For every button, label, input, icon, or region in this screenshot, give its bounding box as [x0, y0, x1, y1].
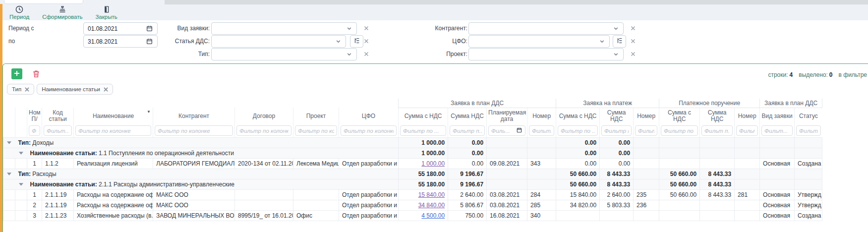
- group-title[interactable]: Наименование статьи: 1.1 Поступления по …: [27, 148, 399, 158]
- column-filter-input[interactable]: Фильтр п...: [601, 125, 632, 136]
- plan-sum-link[interactable]: 4 500.00: [421, 212, 445, 219]
- cell-req_kind[interactable]: Основная: [760, 189, 795, 200]
- cell-counterparty[interactable]: ЗАВОД МИНЕРАЛЬНЫХ ВО...: [153, 210, 235, 221]
- column-header-order_num[interactable]: Номер: [735, 108, 760, 124]
- article-select[interactable]: [211, 35, 346, 48]
- column-header-pay_sum[interactable]: Сумма с НДС: [556, 108, 600, 124]
- cell-counterparty[interactable]: МАКС ООО: [153, 189, 235, 200]
- cell-pay_sum[interactable]: 34 820.00: [556, 200, 600, 210]
- column-header-status[interactable]: Статус: [795, 108, 822, 124]
- cell-num[interactable]: 2: [27, 200, 42, 210]
- cell-order_vat[interactable]: [700, 158, 735, 169]
- cell-order_num[interactable]: [735, 200, 760, 210]
- add-row-button[interactable]: [11, 68, 22, 79]
- cell-cfo[interactable]: Отдел разработки и IT...: [339, 200, 399, 210]
- column-header-plan_sum[interactable]: Сумма с НДС: [399, 108, 448, 124]
- plan-sum-link[interactable]: 34 840.00: [418, 202, 445, 209]
- column-header-plan_vat[interactable]: Сумма НДС: [448, 108, 487, 124]
- cell-num[interactable]: 3: [27, 210, 42, 221]
- cell-pay_sum[interactable]: 0.00: [556, 158, 600, 169]
- column-filter-input[interactable]: Фильтр по колонке: [341, 125, 397, 136]
- cell-plan_num[interactable]: 343: [527, 158, 556, 169]
- clear-type-button[interactable]: [363, 51, 371, 58]
- column-header-name[interactable]: Наименование▼: [74, 108, 153, 124]
- period-to-input[interactable]: 31.08.2021: [83, 35, 158, 48]
- cell-name[interactable]: Расходы на содержание оф...: [74, 189, 153, 200]
- column-filter-input[interactable]: Фильтр по ...: [400, 125, 446, 136]
- plan-sum-link[interactable]: 1 000.00: [421, 160, 445, 167]
- cell-code[interactable]: 2.1.1.19: [42, 200, 74, 210]
- cell-pay_num[interactable]: 235: [634, 189, 659, 200]
- cell-plan_num[interactable]: 284: [527, 189, 556, 200]
- column-header-req_kind[interactable]: Вид заявки: [760, 108, 795, 124]
- cell-plan_date[interactable]: 03.08.2021: [487, 189, 527, 200]
- chevron-down-icon[interactable]: [599, 38, 605, 45]
- column-header-project[interactable]: Проект: [293, 108, 339, 124]
- cell-plan_vat[interactable]: 2 640.00: [448, 189, 487, 200]
- cell-status[interactable]: Создана: [795, 210, 822, 221]
- cell-counterparty[interactable]: МАКС ООО: [153, 200, 235, 210]
- group-title[interactable]: Наименование статьи: 2.1.1 Расходы админ…: [27, 179, 399, 189]
- cell-code[interactable]: 1.1.2: [42, 158, 74, 169]
- column-header-plan_date[interactable]: Планируемая дата: [487, 108, 527, 124]
- group-chip-article-name[interactable]: Наименование статьи: [37, 84, 113, 95]
- column-filter-input[interactable]: Фильтр по кол...: [295, 125, 337, 136]
- group-row[interactable]: Тип: Доходы1 000.000.000.000.00: [3, 137, 822, 148]
- chevron-down-icon[interactable]: [613, 51, 619, 58]
- table-row[interactable]: 12.1.1.19Расходы на содержание оф...МАКС…: [3, 189, 822, 200]
- cell-cfo[interactable]: Отдел разработки и IT...: [339, 189, 399, 200]
- cell-num[interactable]: 1: [27, 189, 42, 200]
- cell-contract[interactable]: [235, 200, 293, 210]
- cell-contract[interactable]: 8995/19_ от 16.01.2020: [235, 210, 293, 221]
- cell-name[interactable]: Реализация лицензий: [74, 158, 153, 169]
- cell-contract[interactable]: 2020-134 от 02.11.2020: [235, 158, 293, 169]
- collapse-caret-icon[interactable]: [15, 148, 27, 158]
- cell-project[interactable]: [293, 200, 339, 210]
- cell-plan_num[interactable]: 340: [527, 210, 556, 221]
- cell-plan_sum[interactable]: 15 840.00: [399, 189, 448, 200]
- table-row[interactable]: 22.1.1.19Расходы на содержание оф...МАКС…: [3, 200, 822, 210]
- collapse-caret-icon[interactable]: [15, 179, 27, 189]
- chevron-down-icon[interactable]: [613, 25, 619, 32]
- cell-plan_sum[interactable]: 4 500.00: [399, 210, 448, 221]
- cell-order_sum[interactable]: [659, 210, 700, 221]
- cell-num[interactable]: 1: [27, 158, 42, 169]
- cell-pay_vat[interactable]: [600, 210, 634, 221]
- cell-project[interactable]: [293, 189, 339, 200]
- calendar-icon[interactable]: [516, 127, 522, 134]
- column-filter-input[interactable]: Фильтр по колонке: [236, 125, 291, 136]
- column-header-counterparty[interactable]: Контрагент: [153, 108, 235, 124]
- column-filter-input[interactable]: Фильтр п...: [450, 125, 485, 136]
- column-filter-input[interactable]: Фильт...: [736, 125, 758, 136]
- column-header-num[interactable]: Ном П/: [27, 108, 42, 124]
- cell-plan_num[interactable]: 285: [527, 200, 556, 210]
- cell-pay_vat[interactable]: 5 803.33: [600, 200, 634, 210]
- column-header-code[interactable]: Код статьи: [42, 108, 74, 124]
- period-button[interactable]: Период: [9, 5, 29, 20]
- cell-plan_vat[interactable]: 0.00: [448, 158, 487, 169]
- generate-button[interactable]: Сформировать: [42, 5, 82, 20]
- close-icon[interactable]: [25, 87, 29, 92]
- counterparty-select[interactable]: [468, 22, 624, 35]
- column-filter-input[interactable]: Фильтр по ...: [558, 125, 598, 136]
- tab-stub[interactable]: [4, 0, 83, 4]
- table-row[interactable]: 32.1.1.23Хозяйственные расходы (в...ЗАВО…: [3, 210, 822, 221]
- cell-status[interactable]: Создана: [795, 158, 822, 169]
- column-filter-input[interactable]: Фильтр по колонке: [75, 125, 151, 136]
- cell-order_sum[interactable]: 50 660.00: [659, 189, 700, 200]
- cell-counterparty[interactable]: ЛАБОРАТОРИЯ ГЕМОДИАЛ...: [153, 158, 235, 169]
- table-row[interactable]: 11.1.2Реализация лицензийЛАБОРАТОРИЯ ГЕМ…: [3, 158, 822, 169]
- column-header-order_sum[interactable]: Сумма с НДС: [659, 108, 700, 124]
- type-select[interactable]: [211, 48, 357, 60]
- column-filter-input[interactable]: Фильт...: [529, 125, 554, 136]
- cell-order_num[interactable]: 281: [735, 189, 760, 200]
- column-header-pay_vat[interactable]: Сумма НДС: [600, 108, 634, 124]
- column-header-contract[interactable]: Договор: [235, 108, 293, 124]
- chevron-down-icon[interactable]: [335, 38, 342, 45]
- column-header-cfo[interactable]: ЦФО: [339, 108, 399, 124]
- clear-counterparty-button[interactable]: [630, 25, 637, 33]
- column-header-plan_num[interactable]: Номер: [527, 108, 556, 124]
- cell-cfo[interactable]: Отдел разработки и IT...: [339, 210, 399, 221]
- delete-row-button[interactable]: [31, 69, 41, 79]
- cell-plan_date[interactable]: 16.08.2021: [487, 210, 527, 221]
